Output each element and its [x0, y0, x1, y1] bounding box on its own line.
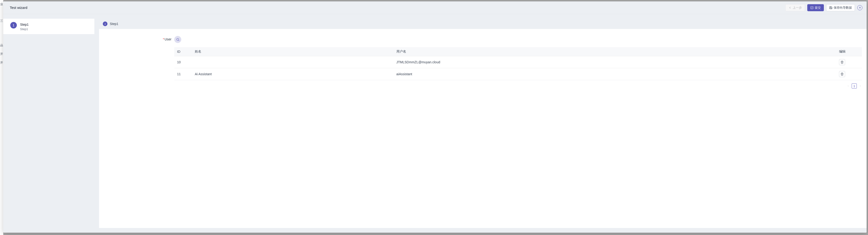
- chevron-right-icon: [859, 85, 862, 87]
- user-field-label: *User: [99, 36, 172, 41]
- info-banner-text: Step1: [110, 22, 118, 26]
- cell-name: [192, 56, 394, 68]
- cell-id: 11: [174, 68, 192, 80]
- search-icon: [176, 38, 180, 41]
- col-header-id: ID: [174, 47, 192, 56]
- steps-sidebar: 1 Step1 Step1: [3, 14, 94, 233]
- background-app-sidebar: 业 三 品开开: [0, 0, 3, 235]
- table-header-row: ID 姓名 用户名 编辑: [174, 47, 862, 56]
- trash-icon: [840, 72, 844, 76]
- close-icon: [859, 6, 861, 9]
- page-prev-button: [846, 84, 850, 88]
- table-row: 10 JTMLSDmmZL@muyan.cloud: [174, 56, 862, 68]
- modal-title: Test wizard: [10, 6, 27, 9]
- check-square-icon: [810, 6, 813, 9]
- info-banner: i Step1: [99, 19, 862, 29]
- svg-point-3: [177, 38, 179, 40]
- content-inner: *User ID 姓名 用户名: [99, 29, 867, 228]
- save-wizard-label: 保存向导数据: [834, 6, 852, 10]
- modal-header: Test wizard 上一步 提交 保存向导数据: [3, 1, 867, 14]
- cell-edit: [836, 56, 862, 68]
- step-description: Step1: [20, 27, 29, 31]
- trash-icon: [840, 60, 844, 64]
- cell-id: 10: [174, 56, 192, 68]
- cell-edit: [836, 68, 862, 80]
- cell-username: JTMLSDmmZL@muyan.cloud: [394, 56, 836, 68]
- chevron-left-icon: [847, 85, 849, 87]
- col-header-username: 用户名: [394, 47, 836, 56]
- prev-step-button: 上一步: [785, 4, 805, 11]
- save-wizard-data-button[interactable]: 保存向导数据: [826, 4, 855, 11]
- step-number-badge: 1: [10, 22, 17, 29]
- delete-row-button[interactable]: [839, 59, 845, 65]
- modal-body: 1 Step1 Step1 i Step1 *User: [3, 14, 867, 233]
- close-button[interactable]: [857, 5, 862, 10]
- page-next-button: [859, 84, 862, 88]
- wizard-modal: Test wizard 上一步 提交 保存向导数据: [3, 1, 867, 233]
- user-form-row: *User ID 姓名 用户名: [99, 36, 862, 89]
- header-actions: 上一步 提交 保存向导数据: [785, 4, 862, 11]
- table-row: 11 Ai Assistant aiAssistant: [174, 68, 862, 80]
- step-item-1[interactable]: 1 Step1 Step1: [3, 19, 94, 34]
- user-search-button[interactable]: [174, 36, 181, 43]
- page-number-1[interactable]: 1: [851, 83, 857, 89]
- content-area: i Step1 *User: [94, 14, 867, 233]
- col-header-edit: 编辑: [836, 47, 862, 56]
- cell-name: Ai Assistant: [192, 68, 394, 80]
- required-asterisk: *: [163, 37, 164, 41]
- col-header-name: 姓名: [192, 47, 394, 56]
- svg-rect-0: [811, 6, 813, 9]
- user-table: ID 姓名 用户名 编辑 10: [174, 47, 862, 80]
- submit-label: 提交: [815, 6, 821, 10]
- delete-row-button[interactable]: [839, 71, 845, 77]
- caret-left-icon: [788, 6, 792, 9]
- svg-line-4: [179, 40, 179, 41]
- pagination: 1: [174, 83, 862, 89]
- submit-button[interactable]: 提交: [807, 4, 824, 11]
- step-title: Step1: [20, 23, 29, 26]
- cell-username: aiAssistant: [394, 68, 836, 80]
- save-icon: [829, 6, 833, 9]
- info-icon: i: [103, 22, 107, 26]
- prev-step-label: 上一步: [793, 6, 802, 10]
